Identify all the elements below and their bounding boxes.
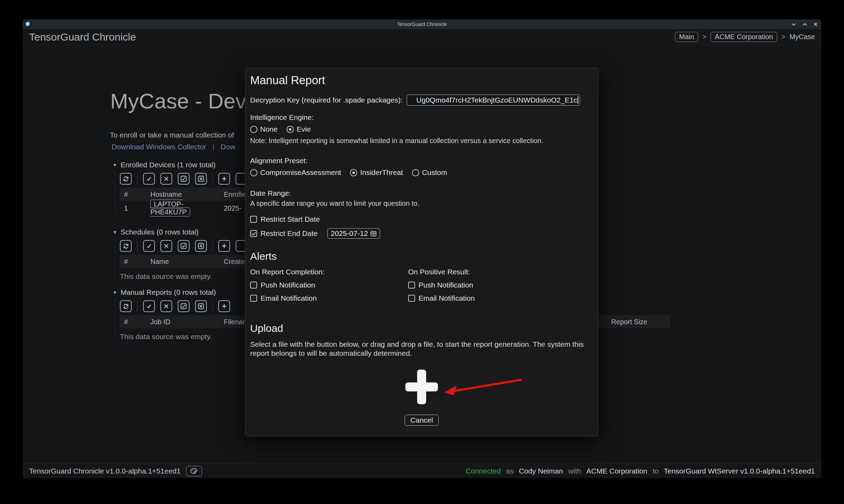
radio-evie[interactable]: Evie — [287, 125, 311, 133]
refresh-button[interactable] — [120, 240, 132, 252]
radio-custom[interactable]: Custom — [412, 168, 447, 177]
radio-insider-threat[interactable]: InsiderThreat — [350, 168, 403, 177]
end-date-input[interactable]: 2025-07-12 — [327, 228, 380, 239]
decryption-key-input[interactable]: Ug0Qmo4f7rcH2TekBnjtGzoEUNWDdskoO2_E1c — [407, 95, 580, 106]
alerts-title: Alerts — [250, 250, 593, 262]
refresh-button[interactable] — [120, 300, 132, 312]
positive-push-checkbox[interactable]: Push Notification — [408, 281, 566, 289]
completion-push-checkbox[interactable]: Push Notification — [250, 281, 408, 289]
radio-compromise-assessment[interactable]: CompromiseAssessment — [250, 168, 341, 177]
minimize-icon[interactable] — [791, 23, 796, 26]
section-title: Manual Reports (0 rows total) — [121, 288, 216, 297]
column-header: # — [120, 191, 146, 198]
check-button[interactable] — [143, 173, 155, 185]
status-server: TensorGuard WtServer v1.0.0-alpha.1+51ee… — [664, 467, 815, 475]
x-button[interactable] — [160, 240, 172, 252]
app-title: TensorGuard Chronicle — [29, 31, 136, 43]
end-date-value: 2025-07-12 — [331, 229, 368, 238]
section-title: Enrolled Devices (1 row total) — [121, 161, 216, 169]
link-divider: | — [212, 143, 214, 151]
breadcrumb-separator: > — [702, 33, 706, 41]
hostname-button[interactable]: LAPTOP-PHE4KU7P — [150, 200, 190, 216]
calendar-icon — [370, 230, 377, 237]
x-button[interactable] — [160, 173, 172, 185]
engine-note: Note: Intelligent reporting is somewhat … — [250, 137, 593, 145]
restrict-end-date-checkbox[interactable]: Restrict End Date 2025-07-12 — [250, 228, 593, 239]
collapse-icon[interactable]: ▼ — [113, 230, 117, 235]
checkbox-icon — [250, 216, 257, 223]
positive-email-checkbox[interactable]: Email Notification — [408, 294, 566, 302]
check-button[interactable] — [143, 300, 155, 312]
radio-label: None — [260, 125, 278, 133]
breadcrumb-acme[interactable]: ACME Corporation — [711, 32, 777, 42]
on-positive-result-label: On Positive Result: — [408, 268, 566, 276]
status-user: Cody Neiman — [519, 467, 563, 475]
breadcrumb-separator: > — [781, 33, 785, 41]
checkbox-label: Push Notification — [261, 281, 315, 289]
maximize-icon[interactable] — [802, 23, 807, 26]
x-button[interactable] — [160, 300, 172, 312]
status-org: ACME Corporation — [586, 467, 647, 475]
column-header-report-size: Report Size — [607, 318, 670, 326]
theme-palette-button[interactable] — [186, 466, 202, 476]
checkbox-icon — [250, 282, 257, 289]
download-second-collector-link[interactable]: Dow — [221, 143, 235, 151]
toolbar-divider — [212, 301, 213, 311]
cancel-button[interactable]: Cancel — [405, 415, 438, 426]
checkbox-icon — [408, 295, 415, 302]
toolbar-divider — [137, 241, 138, 251]
text-cursor — [578, 96, 578, 104]
x-box-button[interactable] — [195, 240, 207, 252]
x-box-button[interactable] — [195, 173, 207, 185]
completion-email-checkbox[interactable]: Email Notification — [250, 294, 408, 302]
checkbox-label: Email Notification — [419, 294, 475, 302]
breadcrumb: Main > ACME Corporation > MyCase — [675, 32, 815, 42]
manual-report-dialog: Manual Report Decryption Key (required f… — [245, 68, 598, 436]
dialog-title: Manual Report — [250, 74, 593, 87]
check-box-button[interactable] — [178, 300, 190, 312]
status-word: as — [506, 467, 513, 475]
radio-selected-icon — [350, 169, 357, 176]
breadcrumb-main[interactable]: Main — [675, 32, 698, 42]
app-window: TensorGuard Chronicle TensorGuard Chroni… — [23, 19, 821, 478]
check-box-button[interactable] — [178, 240, 190, 252]
check-button[interactable] — [143, 240, 155, 252]
annotation-arrow-icon — [443, 376, 526, 397]
restrict-start-date-checkbox[interactable]: Restrict Start Date — [250, 215, 593, 223]
window-title: TensorGuard Chronicle — [23, 21, 821, 27]
x-box-button[interactable] — [195, 300, 207, 312]
checkbox-label: Push Notification — [419, 281, 473, 289]
download-windows-collector-link[interactable]: Download Windows Collector — [112, 143, 206, 151]
collapse-icon[interactable]: ▼ — [113, 290, 117, 295]
checkbox-icon — [250, 295, 257, 302]
row-number: 1 — [120, 204, 146, 212]
radio-label: CompromiseAssessment — [260, 168, 341, 177]
toolbar-divider — [212, 174, 213, 184]
radio-label: Custom — [422, 168, 447, 177]
status-word: with — [568, 467, 581, 475]
toolbar-divider — [137, 174, 138, 184]
add-button[interactable] — [218, 240, 230, 252]
upload-file-plus-button[interactable] — [405, 370, 438, 404]
close-icon[interactable] — [814, 22, 818, 26]
on-report-completion-label: On Report Completion: — [250, 268, 408, 276]
radio-none[interactable]: None — [250, 125, 278, 133]
add-button[interactable] — [218, 300, 230, 312]
titlebar: TensorGuard Chronicle — [23, 19, 821, 29]
add-button[interactable] — [218, 173, 230, 185]
status-word: to — [652, 467, 659, 475]
refresh-button[interactable] — [120, 173, 132, 185]
checkbox-icon — [408, 282, 415, 289]
checkbox-label: Restrict Start Date — [261, 215, 320, 223]
date-range-label: Date Range: — [250, 189, 593, 197]
checkbox-label: Restrict End Date — [261, 229, 318, 238]
collapse-icon[interactable]: ▼ — [113, 162, 117, 168]
column-header: Name — [146, 258, 220, 266]
column-header: Hostname — [146, 191, 220, 198]
breadcrumb-current: MyCase — [790, 33, 815, 41]
connection-status: Connected — [466, 467, 501, 475]
date-range-description: A specific date range you want to limit … — [250, 200, 593, 207]
radio-label: Evie — [297, 125, 311, 133]
check-box-button[interactable] — [178, 173, 190, 185]
checkbox-label: Email Notification — [261, 294, 317, 302]
